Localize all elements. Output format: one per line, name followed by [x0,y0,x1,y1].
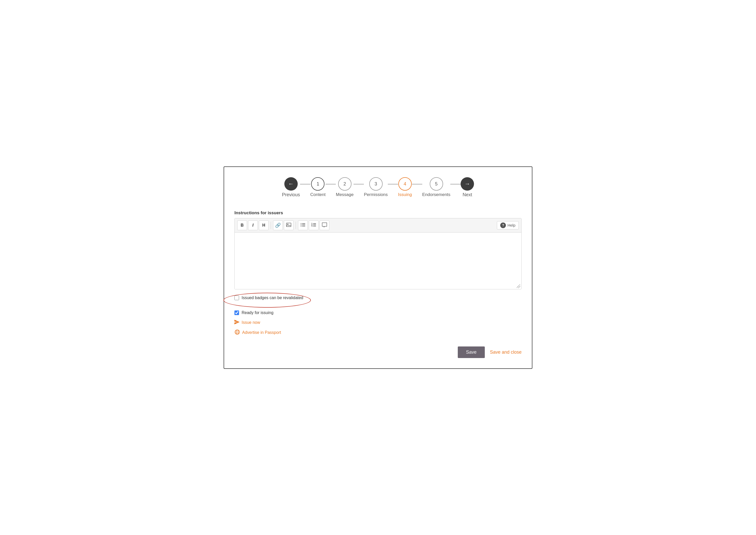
svg-marker-14 [234,320,240,324]
toolbar-separator-2 [296,222,296,229]
blockquote-icon [322,222,327,228]
save-button[interactable]: Save [458,347,485,358]
footer-buttons: Save Save and close [234,347,522,358]
italic-icon: I [252,223,253,228]
step-5-label: Endorsements [422,192,451,197]
help-label: Help [508,223,515,227]
step-1-label: Content [310,192,326,197]
previous-label: Previous [282,192,300,198]
red-highlight-circle [223,293,311,308]
help-icon: ? [500,222,506,228]
wizard-step-2[interactable]: 2 Message [336,177,354,197]
svg-rect-0 [286,223,291,227]
link-button[interactable]: 🔗 [273,220,283,230]
save-close-button[interactable]: Save and close [490,350,522,355]
line-6 [450,184,461,184]
image-icon [286,223,291,228]
help-button[interactable]: ? Help [497,221,519,229]
editor-wrapper: B I H 🔗 [234,218,522,289]
line-4 [388,184,398,184]
ready-label[interactable]: Ready for issuing [242,310,274,315]
italic-button[interactable]: I [248,220,258,230]
issue-now-icon [234,320,240,325]
heading-button[interactable]: H [259,220,269,230]
line-2 [326,184,336,184]
wizard-step-5[interactable]: 5 Endorsements [422,177,451,197]
ready-checkbox[interactable] [234,310,239,315]
step-2-label: Message [336,192,354,197]
advertise-icon [234,329,240,336]
previous-button[interactable]: ← Previous [282,177,300,198]
editor-section-label: Instructions for issuers [234,211,522,215]
bold-button[interactable]: B [237,220,247,230]
wizard-step-1[interactable]: 1 Content [310,177,326,197]
revalidate-section: Issued badges can be revalidated [234,296,303,305]
editor-toolbar: B I H 🔗 [235,218,521,233]
blockquote-button[interactable] [320,220,329,230]
step-5-circle: 5 [430,177,443,191]
advertise-row: Advertise in Passport [234,329,522,336]
ready-checkbox-row: Ready for issuing [234,310,522,315]
next-arrow-circle: → [461,177,474,191]
step-3-circle: 3 [369,177,383,191]
ordered-list-button[interactable]: 1.2.3. [309,220,319,230]
resize-handle[interactable] [517,285,520,288]
unordered-list-button[interactable] [298,220,308,230]
editor-content-area[interactable] [235,233,521,289]
revalidate-checkbox-row: Issued badges can be revalidated [234,296,303,300]
line-5 [412,184,422,184]
heading-icon: H [262,223,265,228]
svg-point-1 [287,224,288,225]
step-1-circle: 1 [311,177,325,191]
previous-arrow-circle: ← [284,177,298,191]
image-button[interactable] [284,220,294,230]
bold-icon: B [241,223,244,228]
ordered-list-icon: 1.2.3. [311,222,316,228]
next-button[interactable]: → Next [461,177,474,198]
step-4-label: Issuing [398,192,412,197]
issue-now-row: Issue now [234,320,522,325]
link-icon: 🔗 [275,222,281,228]
unordered-list-icon [300,222,305,228]
issue-now-link[interactable]: Issue now [242,320,260,325]
advertise-link[interactable]: Advertise in Passport [242,330,281,335]
toolbar-separator-1 [271,222,271,229]
page-container: ← Previous 1 Content 2 Message 3 Permiss… [224,166,532,369]
revalidate-checkbox[interactable] [234,296,239,300]
line-1 [300,184,310,184]
wizard-step-4[interactable]: 4 Issuing [398,177,412,197]
step-4-circle: 4 [398,177,412,191]
line-3 [354,184,364,184]
wizard-step-3[interactable]: 3 Permissions [364,177,388,197]
svg-point-4 [301,224,302,225]
revalidate-label[interactable]: Issued badges can be revalidated [242,296,303,300]
svg-text:3.: 3. [311,225,313,227]
svg-point-2 [301,223,302,224]
step-2-circle: 2 [338,177,352,191]
next-label: Next [463,192,472,198]
step-3-label: Permissions [364,192,388,197]
svg-point-6 [301,226,302,226]
wizard-nav: ← Previous 1 Content 2 Message 3 Permiss… [234,175,522,200]
